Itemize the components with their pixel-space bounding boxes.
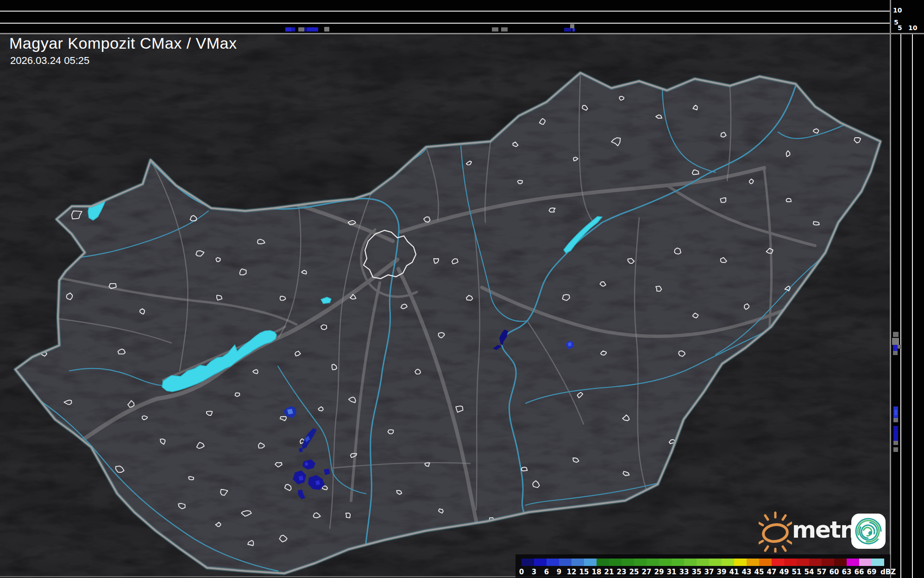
dbz-tick-label: 39 [717,568,727,576]
dbz-segment [684,559,697,566]
projection-echo [298,27,304,32]
dbz-segment [634,559,647,566]
dbz-colorbar-segments [522,559,884,566]
dbz-segment [709,559,722,566]
dbz-tick-label: 45 [754,568,764,576]
projection-echo [893,441,898,445]
projection-echo [572,28,575,32]
top-gridline-10km [0,11,890,12]
dbz-tick-label: 25 [629,568,639,576]
radar-echo [305,462,308,466]
dbz-segment [584,559,597,566]
projection-echo [307,27,318,32]
projection-echo [501,27,508,32]
page-title: Magyar Kompozit CMax / VMax [9,34,237,52]
dbz-tick-label: 54 [805,568,814,576]
dbz-tick-label: 60 [830,568,839,576]
dbz-segment [734,559,747,566]
dbz-segment [534,559,547,566]
dbz-tick-label: 31 [667,568,677,576]
projection-echo [892,338,899,345]
top-projection-panel [0,0,890,33]
dbz-segment [697,559,709,566]
dbz-segment [672,559,684,566]
dbz-segment [547,559,559,566]
dbz-segment [847,559,859,566]
right-frame-line [890,0,891,578]
dbz-tick-label: 18 [592,568,602,576]
timestamp: 2026.03.24 05:25 [10,55,89,67]
dbz-tick-label: 15 [579,568,589,576]
right-gridline-10km [912,34,913,578]
projection-echo [893,426,898,441]
projection-echo [898,345,902,349]
dbz-tick-label: 57 [817,568,827,576]
right-axis-label-5: 5 [898,24,902,32]
top-gridline-5km [0,23,890,24]
dbz-tick-label: 9 [557,568,561,576]
projection-echo [324,27,329,32]
dbz-segment [772,559,784,566]
right-axis-label-10: 10 [908,24,917,32]
dbz-tick-label: 41 [729,568,739,576]
hungary-radar-map [0,0,924,578]
dbz-tick-label: 69 [867,568,877,576]
dbz-segment [872,559,884,566]
dbz-tick-label: 23 [617,568,627,576]
projection-echo [893,351,898,355]
dbz-segment [559,559,572,566]
dbz-segment [809,559,822,566]
projection-echo [893,332,899,337]
dbz-segment [747,559,759,566]
projection-echo [564,28,571,32]
projection-echo [285,27,291,32]
spiral-icon [851,514,886,549]
right-gridline-5km [900,34,901,578]
metnet-logo: metnet [759,510,891,554]
dbz-segment [572,559,584,566]
dbz-tick-label: 63 [842,568,852,576]
dbz-tick-label: 51 [792,568,802,576]
dbz-tick-label: 29 [654,568,664,576]
projection-echo [492,27,498,32]
projection-echo [894,410,897,415]
dbz-tick-label: 27 [642,568,652,576]
dbz-unit-label: dBZ [880,568,896,576]
dbz-segment [784,559,797,566]
projection-echo [893,418,898,422]
dbz-segment [834,559,847,566]
dbz-segment [859,559,872,566]
dbz-tick-label: 49 [779,568,789,576]
right-projection-panel [891,0,924,578]
dbz-segment [759,559,772,566]
dbz-tick-label: 47 [767,568,777,576]
dbz-tick-label: 21 [604,568,614,576]
radar-composite-screen: Magyar Kompozit CMax / VMax 2026.03.24 0… [0,0,924,578]
metnet-app-icon [851,514,886,549]
dbz-tick-label: 35 [692,568,702,576]
dbz-colorbar: 0369121518212325272931333537394143454749… [515,554,890,578]
dbz-segment [797,559,809,566]
projection-echo [893,447,898,452]
projection-echo [570,24,574,28]
dbz-segment [722,559,734,566]
dbz-tick-label: 3 [532,568,536,576]
dbz-tick-label: 12 [567,568,577,576]
dbz-tick-label: 0 [519,568,524,576]
projection-echo [893,345,898,351]
dbz-tick-label: 66 [855,568,864,576]
dbz-segment [597,559,609,566]
dbz-segment [659,559,672,566]
dbz-tick-label: 43 [742,568,752,576]
dbz-segment [622,559,634,566]
dbz-segment [609,559,622,566]
dbz-segment [522,559,534,566]
projection-echo [291,27,295,32]
dbz-tick-label: 6 [544,568,549,576]
dbz-tick-label: 33 [679,568,689,576]
dbz-segment [822,559,834,566]
dbz-segment [647,559,659,566]
dbz-tick-label: 37 [704,568,714,576]
top-axis-label-10: 10 [893,6,902,14]
sun-icon [759,511,792,553]
